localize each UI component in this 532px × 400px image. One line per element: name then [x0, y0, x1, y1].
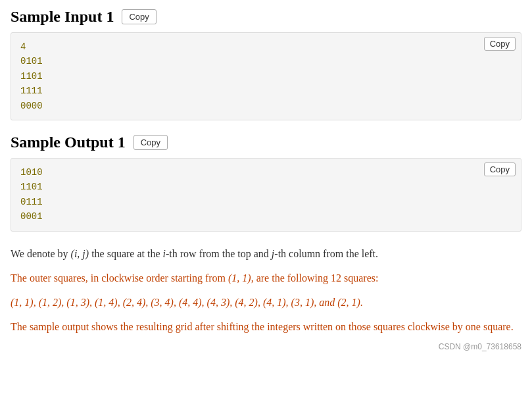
output-line-4: 0001: [20, 209, 512, 224]
sample-input-block: Copy 4 0101 1101 1111 0000: [11, 32, 521, 120]
sample-input-copy-corner[interactable]: Copy: [484, 37, 516, 51]
line-number-5: 0000: [20, 101, 43, 111]
paragraph-3: (1, 1), (1, 2), (1, 3), (1, 4), (2, 4), …: [11, 293, 521, 311]
math-11: (1, 1): [228, 272, 251, 284]
code-line-5: 0000: [20, 99, 512, 113]
sample-output-copy-corner[interactable]: Copy: [484, 162, 516, 176]
line-number-2: 0101: [20, 56, 43, 66]
output-number-2: 1101: [20, 182, 43, 192]
code-line-1: 4: [20, 39, 512, 54]
paragraph-2: The outer squares, in clockwise order st…: [11, 269, 521, 287]
watermark: CSDN @m0_73618658: [11, 342, 521, 351]
line-number-4: 1111: [20, 86, 43, 96]
sample-output-header: Sample Output 1 Copy: [11, 134, 521, 151]
sample-input-title: Sample Input 1: [11, 8, 114, 26]
paragraph-1: We denote by (i, j) the square at the i-…: [11, 245, 521, 262]
code-line-3: 1101: [20, 69, 512, 84]
code-line-4: 1111: [20, 84, 512, 98]
paragraph-4: The sample output shows the resulting gr…: [11, 318, 521, 336]
line-number-1: 4: [20, 41, 26, 52]
math-j: j: [272, 248, 274, 259]
output-line-3: 0111: [20, 195, 512, 209]
sample-output-title: Sample Output 1: [11, 134, 126, 151]
sample-output-block: Copy 1010 1101 0111 0001: [11, 158, 521, 232]
output-line-2: 1101: [20, 180, 512, 194]
output-number-1: 1010: [20, 167, 43, 178]
line-number-3: 1101: [20, 71, 43, 82]
sample-output-copy-button[interactable]: Copy: [133, 135, 168, 150]
output-number-3: 0111: [20, 197, 43, 207]
math-i: i: [163, 248, 166, 259]
code-line-2: 0101: [20, 54, 512, 68]
math-ij: (i, j): [71, 248, 89, 259]
sample-input-header: Sample Input 1 Copy: [11, 8, 521, 26]
output-number-4: 0001: [20, 211, 43, 222]
output-line-1: 1010: [20, 165, 512, 180]
sample-input-copy-button[interactable]: Copy: [122, 9, 156, 24]
math-squares: (1, 1), (1, 2), (1, 3), (1, 4), (2, 4), …: [11, 297, 363, 308]
